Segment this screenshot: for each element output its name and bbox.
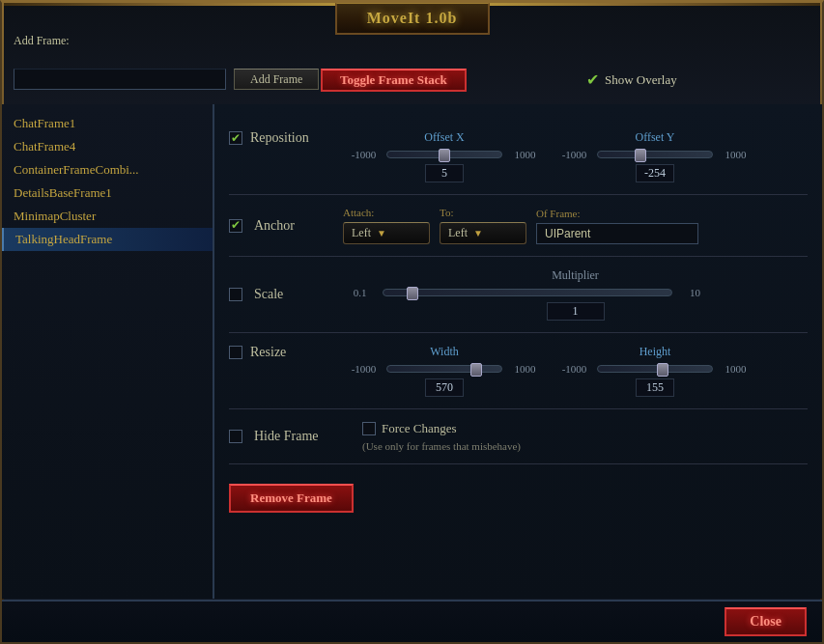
- show-overlay-checkmark-icon[interactable]: ✔: [586, 70, 599, 89]
- offset-y-title: Offset Y: [636, 130, 675, 145]
- resize-width-title: Width: [430, 345, 459, 359]
- offset-y-min: -1000: [557, 149, 591, 160]
- scale-multiplier-label: Multiplier: [343, 268, 808, 283]
- resize-width-slider-row: -1000 1000: [347, 363, 542, 375]
- anchor-to-value: Left: [448, 226, 468, 240]
- anchor-of-frame-input[interactable]: [536, 223, 698, 244]
- reposition-label: Reposition: [250, 130, 327, 146]
- offset-y-group: Offset Y -1000 1000 -254: [557, 130, 753, 182]
- offset-y-slider[interactable]: [597, 151, 713, 158]
- sidebar-item-detailsbaseframe1[interactable]: DetailsBaseFrame1: [2, 182, 213, 205]
- sidebar-item-chatframe1[interactable]: ChatFrame1: [2, 112, 213, 135]
- close-button[interactable]: Close: [725, 607, 807, 636]
- resize-left: Resize: [229, 345, 335, 360]
- anchor-attach-group: Attach: Left ▼: [343, 207, 430, 244]
- anchor-to-label: To:: [440, 207, 526, 218]
- offset-x-min: -1000: [347, 149, 381, 160]
- anchor-frame-group: Of Frame:: [536, 208, 698, 244]
- scale-slider[interactable]: [383, 289, 672, 296]
- resize-height-title: Height: [639, 345, 671, 359]
- force-changes-row: Force Changes: [362, 421, 521, 436]
- force-changes-sub-label: (Use only for frames that misbehave): [362, 440, 521, 452]
- scale-slider-row: 0.1 10: [343, 287, 808, 298]
- title-bar: MoveIt 1.0b: [335, 3, 490, 35]
- reposition-checkbox[interactable]: ✔: [229, 131, 242, 145]
- anchor-attach-label: Attach:: [343, 207, 430, 218]
- reposition-left: ✔ Reposition: [229, 130, 335, 146]
- sidebar: ChatFrame1 ChatFrame4 ContainerFrameComb…: [2, 104, 214, 599]
- resize-width-slider[interactable]: [386, 365, 502, 373]
- offset-x-thumb[interactable]: [439, 149, 450, 162]
- content-area: ChatFrame1 ChatFrame4 ContainerFrameComb…: [2, 104, 822, 599]
- add-frame-label: Add Frame:: [14, 34, 70, 48]
- hide-frame-checkbox[interactable]: [229, 430, 242, 443]
- resize-width-thumb[interactable]: [470, 363, 482, 377]
- resize-width-group: Width -1000 1000 570: [347, 345, 542, 397]
- offset-x-title: Offset X: [424, 130, 464, 145]
- anchor-of-frame-label: Of Frame:: [536, 208, 698, 219]
- resize-height-value: 155: [636, 378, 674, 397]
- sidebar-item-containerframecombi[interactable]: ContainerFrameCombi...: [2, 158, 213, 182]
- scale-thumb[interactable]: [407, 287, 418, 300]
- resize-section: Resize Width -1000 1000 570: [229, 333, 808, 409]
- offset-y-max: 1000: [719, 149, 753, 160]
- scale-label: Scale: [254, 287, 331, 302]
- resize-height-slider[interactable]: [597, 365, 713, 373]
- anchor-section: ✔ Anchor Attach: Left ▼ To: Left: [229, 195, 808, 257]
- resize-checkbox[interactable]: [229, 346, 242, 359]
- offset-y-value: -254: [636, 164, 674, 182]
- remove-frame-button[interactable]: Remove Frame: [229, 484, 354, 513]
- show-overlay-area: ✔ Show Overlay: [586, 70, 677, 89]
- scale-slider-container: Multiplier 0.1 10 1: [343, 268, 808, 321]
- hide-force-section: Hide Frame Force Changes (Use only for f…: [229, 409, 808, 464]
- main-window: MoveIt 1.0b Add Frame: Add Frame Toggle …: [0, 0, 824, 644]
- remove-frame-wrapper: Remove Frame: [229, 464, 808, 524]
- anchor-to-group: To: Left ▼: [440, 207, 526, 244]
- anchor-label: Anchor: [254, 218, 331, 234]
- sidebar-item-minimapcluster[interactable]: MinimapCluster: [2, 205, 213, 228]
- scale-value: 1: [547, 302, 605, 321]
- scale-max: 10: [678, 287, 712, 298]
- show-overlay-label: Show Overlay: [605, 72, 677, 88]
- offset-x-group: Offset X -1000 1000 5: [347, 130, 542, 182]
- offset-x-slider-row: -1000 1000: [347, 149, 542, 160]
- offset-x-max: 1000: [508, 149, 542, 160]
- offset-y-thumb[interactable]: [635, 149, 646, 162]
- scale-min: 0.1: [343, 287, 377, 298]
- scale-checkbox[interactable]: [229, 288, 242, 301]
- anchor-to-dropdown[interactable]: Left ▼: [440, 222, 526, 244]
- anchor-to-arrow-icon: ▼: [473, 228, 483, 238]
- anchor-checkbox[interactable]: ✔: [229, 219, 242, 233]
- scale-section: Scale Multiplier 0.1 10 1: [229, 257, 808, 333]
- resize-width-min: -1000: [347, 363, 381, 375]
- force-changes-checkbox[interactable]: [362, 422, 376, 435]
- right-panel: ✔ Reposition Offset X -1000 1000: [214, 104, 822, 599]
- hide-frame-label: Hide Frame: [254, 429, 331, 444]
- resize-height-slider-row: -1000 1000: [557, 363, 753, 375]
- offset-x-value: 5: [425, 164, 464, 182]
- sidebar-item-chatframe4[interactable]: ChatFrame4: [2, 135, 213, 158]
- add-frame-button[interactable]: Add Frame: [234, 69, 319, 90]
- resize-label: Resize: [250, 345, 327, 360]
- anchor-attach-arrow-icon: ▼: [377, 228, 386, 238]
- toggle-frame-stack-button[interactable]: Toggle Frame Stack: [321, 69, 467, 92]
- anchor-attach-value: Left: [352, 226, 371, 240]
- resize-height-min: -1000: [557, 363, 591, 375]
- resize-width-value: 570: [425, 378, 464, 397]
- add-frame-input[interactable]: [14, 69, 226, 90]
- resize-height-max: 1000: [719, 363, 753, 375]
- bottom-bar: Close: [2, 600, 822, 642]
- resize-sliders-container: Width -1000 1000 570 Height: [347, 345, 808, 397]
- resize-height-thumb[interactable]: [657, 363, 668, 377]
- resize-width-max: 1000: [508, 363, 542, 375]
- offset-y-slider-row: -1000 1000: [557, 149, 753, 160]
- offset-x-slider[interactable]: [386, 151, 502, 158]
- reposition-section: ✔ Reposition Offset X -1000 1000: [229, 119, 808, 195]
- force-changes-group: Force Changes (Use only for frames that …: [362, 421, 521, 452]
- resize-height-group: Height -1000 1000 155: [557, 345, 753, 397]
- offset-sliders-container: Offset X -1000 1000 5 Offset Y: [347, 130, 808, 182]
- force-changes-label: Force Changes: [382, 421, 457, 436]
- sidebar-item-talkingheadframe[interactable]: TalkingHeadFrame: [2, 228, 213, 251]
- anchor-attach-dropdown[interactable]: Left ▼: [343, 222, 430, 244]
- window-title: MoveIt 1.0b: [367, 10, 458, 26]
